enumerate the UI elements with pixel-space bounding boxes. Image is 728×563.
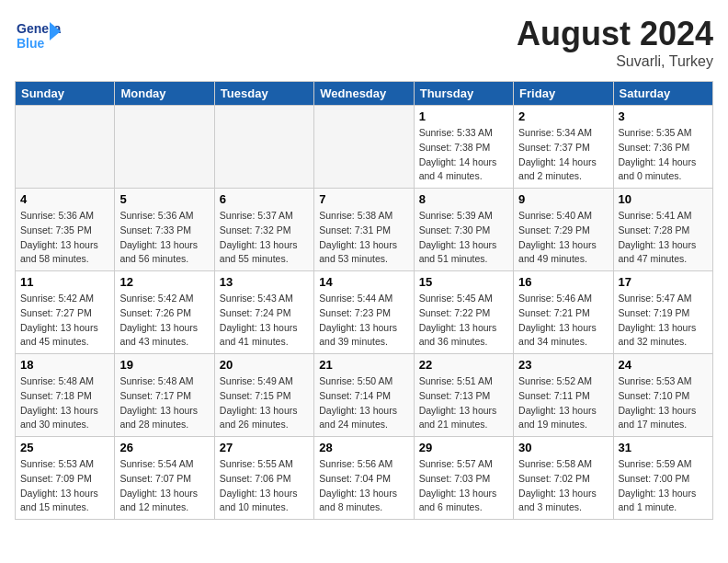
day-number: 13 [220,275,309,289]
day-info: Sunrise: 5:42 AMSunset: 7:26 PMDaylight:… [119,292,209,350]
day-info: Sunrise: 5:35 AMSunset: 7:36 PMDaylight:… [619,126,708,184]
day-number: 15 [419,275,508,289]
svg-text:Blue: Blue [17,36,45,51]
day-cell: 9Sunrise: 5:40 AMSunset: 7:29 PMDaylight… [514,189,613,271]
day-cell: 19Sunrise: 5:48 AMSunset: 7:17 PMDayligh… [115,354,214,437]
day-info: Sunrise: 5:52 AMSunset: 7:11 PMDaylight:… [518,374,608,432]
day-number: 7 [319,192,408,206]
logo: General Blue [15,15,61,56]
day-info: Sunrise: 5:45 AMSunset: 7:22 PMDaylight:… [419,292,508,350]
day-cell: 14Sunrise: 5:44 AMSunset: 7:23 PMDayligh… [314,271,414,354]
day-number: 16 [518,275,608,289]
day-number: 27 [220,441,309,454]
week-row-1: 1Sunrise: 5:33 AMSunset: 7:38 PMDaylight… [16,106,713,189]
title-block: August 2024 Suvarli, Turkey [517,15,713,70]
weekday-thursday: Thursday [414,82,513,106]
day-number: 26 [119,441,209,454]
weekday-sunday: Sunday [16,82,115,106]
week-row-5: 25Sunrise: 5:53 AMSunset: 7:09 PMDayligh… [16,437,713,520]
day-number: 20 [220,358,309,372]
weekday-friday: Friday [514,82,613,106]
day-info: Sunrise: 5:54 AMSunset: 7:07 PMDaylight:… [119,457,209,515]
day-info: Sunrise: 5:48 AMSunset: 7:17 PMDaylight:… [119,374,209,432]
day-number: 28 [319,441,408,454]
day-number: 17 [619,275,708,289]
day-info: Sunrise: 5:44 AMSunset: 7:23 PMDaylight:… [319,292,408,350]
day-number: 21 [319,358,408,372]
day-cell: 24Sunrise: 5:53 AMSunset: 7:10 PMDayligh… [613,354,712,437]
calendar-table: SundayMondayTuesdayWednesdayThursdayFrid… [15,81,713,520]
day-cell: 31Sunrise: 5:59 AMSunset: 7:00 PMDayligh… [613,437,712,520]
day-number: 5 [119,192,209,206]
day-cell: 10Sunrise: 5:41 AMSunset: 7:28 PMDayligh… [613,189,712,271]
day-cell: 20Sunrise: 5:49 AMSunset: 7:15 PMDayligh… [214,354,313,437]
day-number: 30 [518,441,608,454]
day-info: Sunrise: 5:42 AMSunset: 7:27 PMDaylight:… [20,292,109,350]
day-cell: 18Sunrise: 5:48 AMSunset: 7:18 PMDayligh… [16,354,115,437]
weekday-header-row: SundayMondayTuesdayWednesdayThursdayFrid… [16,82,713,106]
day-number: 31 [619,441,708,454]
day-info: Sunrise: 5:36 AMSunset: 7:35 PMDaylight:… [20,209,109,267]
day-info: Sunrise: 5:57 AMSunset: 7:03 PMDaylight:… [419,457,508,515]
day-cell: 17Sunrise: 5:47 AMSunset: 7:19 PMDayligh… [613,271,712,354]
day-number: 11 [20,275,109,289]
day-number: 6 [220,192,309,206]
day-cell: 15Sunrise: 5:45 AMSunset: 7:22 PMDayligh… [414,271,513,354]
day-cell: 25Sunrise: 5:53 AMSunset: 7:09 PMDayligh… [16,437,115,520]
day-number: 12 [119,275,209,289]
day-cell: 22Sunrise: 5:51 AMSunset: 7:13 PMDayligh… [414,354,513,437]
month-year: August 2024 [517,15,713,53]
weekday-monday: Monday [115,82,214,106]
day-cell: 27Sunrise: 5:55 AMSunset: 7:06 PMDayligh… [214,437,313,520]
day-info: Sunrise: 5:49 AMSunset: 7:15 PMDaylight:… [220,374,309,432]
day-info: Sunrise: 5:48 AMSunset: 7:18 PMDaylight:… [20,374,109,432]
day-info: Sunrise: 5:58 AMSunset: 7:02 PMDaylight:… [518,457,608,515]
day-cell [115,106,214,189]
calendar-body: 1Sunrise: 5:33 AMSunset: 7:38 PMDaylight… [16,106,713,520]
day-info: Sunrise: 5:40 AMSunset: 7:29 PMDaylight:… [518,209,608,267]
day-cell: 21Sunrise: 5:50 AMSunset: 7:14 PMDayligh… [314,354,414,437]
day-number: 18 [20,358,109,372]
day-cell: 16Sunrise: 5:46 AMSunset: 7:21 PMDayligh… [514,271,613,354]
day-cell [314,106,414,189]
day-number: 4 [20,192,109,206]
day-info: Sunrise: 5:39 AMSunset: 7:30 PMDaylight:… [419,209,508,267]
weekday-wednesday: Wednesday [314,82,414,106]
day-number: 3 [619,109,708,123]
day-number: 2 [518,109,608,123]
day-cell: 11Sunrise: 5:42 AMSunset: 7:27 PMDayligh… [16,271,115,354]
day-cell: 26Sunrise: 5:54 AMSunset: 7:07 PMDayligh… [115,437,214,520]
day-cell: 12Sunrise: 5:42 AMSunset: 7:26 PMDayligh… [115,271,214,354]
day-cell: 1Sunrise: 5:33 AMSunset: 7:38 PMDaylight… [414,106,513,189]
day-info: Sunrise: 5:47 AMSunset: 7:19 PMDaylight:… [619,292,708,350]
day-info: Sunrise: 5:50 AMSunset: 7:14 PMDaylight:… [319,374,408,432]
day-cell [16,106,115,189]
day-info: Sunrise: 5:43 AMSunset: 7:24 PMDaylight:… [220,292,309,350]
day-info: Sunrise: 5:51 AMSunset: 7:13 PMDaylight:… [419,374,508,432]
day-info: Sunrise: 5:41 AMSunset: 7:28 PMDaylight:… [619,209,708,267]
day-info: Sunrise: 5:55 AMSunset: 7:06 PMDaylight:… [220,457,309,515]
day-info: Sunrise: 5:53 AMSunset: 7:09 PMDaylight:… [20,457,109,515]
page-header: General Blue August 2024 Suvarli, Turkey [15,15,713,70]
day-cell: 28Sunrise: 5:56 AMSunset: 7:04 PMDayligh… [314,437,414,520]
logo-icon: General Blue [15,15,61,56]
day-cell: 8Sunrise: 5:39 AMSunset: 7:30 PMDaylight… [414,189,513,271]
day-cell: 23Sunrise: 5:52 AMSunset: 7:11 PMDayligh… [514,354,613,437]
day-number: 29 [419,441,508,454]
day-number: 25 [20,441,109,454]
day-cell: 3Sunrise: 5:35 AMSunset: 7:36 PMDaylight… [613,106,712,189]
day-info: Sunrise: 5:53 AMSunset: 7:10 PMDaylight:… [619,374,708,432]
day-info: Sunrise: 5:34 AMSunset: 7:37 PMDaylight:… [518,126,608,184]
day-number: 22 [419,358,508,372]
day-number: 8 [419,192,508,206]
day-cell [214,106,313,189]
day-number: 24 [619,358,708,372]
day-cell: 13Sunrise: 5:43 AMSunset: 7:24 PMDayligh… [214,271,313,354]
day-cell: 7Sunrise: 5:38 AMSunset: 7:31 PMDaylight… [314,189,414,271]
day-info: Sunrise: 5:37 AMSunset: 7:32 PMDaylight:… [220,209,309,267]
day-cell: 29Sunrise: 5:57 AMSunset: 7:03 PMDayligh… [414,437,513,520]
week-row-3: 11Sunrise: 5:42 AMSunset: 7:27 PMDayligh… [16,271,713,354]
day-number: 1 [419,109,508,123]
day-cell: 2Sunrise: 5:34 AMSunset: 7:37 PMDaylight… [514,106,613,189]
day-cell: 5Sunrise: 5:36 AMSunset: 7:33 PMDaylight… [115,189,214,271]
